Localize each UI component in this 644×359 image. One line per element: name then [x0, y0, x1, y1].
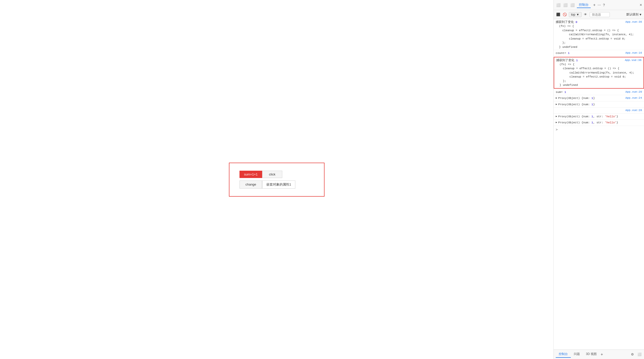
- filter-input[interactable]: [590, 12, 610, 17]
- console-entry-link-only: App.vue:28: [554, 107, 644, 114]
- layout-icon[interactable]: ⬜: [570, 3, 575, 8]
- preview-row-2: change 嵌套对象的属性1: [239, 181, 314, 189]
- devtools-top-toolbar: ⬜ ⬜ ⬜ 控制台 + ··· ? ×: [554, 0, 644, 10]
- console-prompt[interactable]: >: [554, 126, 644, 134]
- log-text-3: 捕获到了变化 1: [556, 59, 578, 62]
- source-link-4[interactable]: App.vue:20: [625, 90, 642, 94]
- log-text-4: sum= 1: [556, 90, 566, 94]
- device-icon[interactable]: ⬜: [563, 3, 568, 8]
- expand-icon-1[interactable]: ▶: [556, 96, 557, 100]
- layout-toggle-icon[interactable]: ⬜: [637, 352, 642, 357]
- top-label: top: [571, 13, 575, 16]
- top-context-selector[interactable]: top ▼: [569, 12, 582, 17]
- console-entry-capture-0: App.vue:36 捕获到了变化 0 (fn) => { cleanup = …: [554, 19, 644, 50]
- source-link-3[interactable]: App.vue:36: [625, 58, 641, 62]
- sum-button[interactable]: sum=1+1: [239, 171, 262, 178]
- log-text-1: 捕获到了变化 0: [556, 20, 577, 24]
- proxy-text-1: Proxy(Object) {num: 1}: [558, 96, 595, 100]
- eye-icon[interactable]: 👁: [583, 12, 588, 17]
- source-link-2[interactable]: App.vue:16: [625, 51, 642, 55]
- expand-icon-2[interactable]: ▶: [556, 102, 557, 106]
- preview-row-1: sum=1+1 click: [239, 171, 314, 178]
- console-entry-proxy-4: ▶ Proxy(Object) {num: 1, str: 'hello'}: [554, 120, 644, 126]
- preview-box: sum=1+1 click change 嵌套对象的属性1: [229, 163, 325, 197]
- close-button[interactable]: ×: [640, 3, 642, 7]
- nested-text: 嵌套对象的属性1: [262, 181, 295, 189]
- source-link-5[interactable]: App.vue:24: [625, 96, 642, 100]
- devtools-bottom-tabs: 控制台 问题 3D 视图 + ⚙ ⬜: [554, 349, 644, 359]
- change-button[interactable]: change: [239, 181, 262, 189]
- dropdown-arrow-icon: ▼: [576, 13, 579, 16]
- level-dropdown-arrow-icon: ▼: [639, 13, 642, 16]
- code-block-3: (fn) => { cleanup = effect2.onStop = () …: [556, 62, 641, 87]
- expand-icon-3[interactable]: ▶: [556, 115, 557, 118]
- console-entry-count: App.vue:16 count= 1: [554, 50, 644, 56]
- help-button[interactable]: ?: [603, 3, 605, 7]
- tab-problems[interactable]: 问题: [571, 351, 583, 358]
- console-entry-proxy-1: App.vue:24 ▶ Proxy(Object) {num: 1}: [554, 95, 644, 101]
- expand-icon-4[interactable]: ▶: [556, 121, 557, 124]
- bottom-tab-right-icons: ⚙ ⬜: [630, 352, 642, 357]
- source-link-7[interactable]: App.vue:28: [625, 108, 642, 113]
- add-bottom-tab-button[interactable]: +: [601, 352, 603, 357]
- console-entry-proxy-2: ▶ Proxy(Object) {num: 1}: [554, 101, 644, 108]
- log-level-selector[interactable]: 默认级别 ▼: [626, 12, 642, 17]
- console-entry-capture-1: App.vue:36 捕获到了变化 1 (fn) => { cleanup = …: [554, 57, 644, 89]
- devtools-filter-toolbar: ⬛ 🚫 top ▼ 👁 默认级别 ▼: [554, 10, 644, 19]
- browser-viewport: sum=1+1 click change 嵌套对象的属性1: [0, 0, 553, 359]
- code-block-1: (fn) => { cleanup = effect2.onStop = () …: [556, 24, 642, 49]
- console-tab[interactable]: 控制台: [577, 2, 591, 8]
- tab-console[interactable]: 控制台: [556, 351, 571, 358]
- more-options-button[interactable]: ···: [597, 3, 601, 7]
- devtools-panel: ⬜ ⬜ ⬜ 控制台 + ··· ? × ⬛ 🚫 top ▼ 👁 默认级别 ▼ A…: [553, 0, 644, 359]
- default-level-label: 默认级别: [626, 12, 638, 17]
- add-tab-button[interactable]: +: [593, 3, 595, 7]
- console-output[interactable]: App.vue:36 捕获到了变化 0 (fn) => { cleanup = …: [554, 19, 644, 349]
- inspect-icon[interactable]: ⬜: [556, 3, 561, 8]
- proxy-text-4: Proxy(Object) {num: 1, str: 'hello'}: [558, 120, 618, 125]
- source-link-1[interactable]: App.vue:36: [625, 20, 642, 24]
- log-text-2: count= 1: [556, 51, 570, 55]
- tab-3d-view[interactable]: 3D 视图: [583, 351, 600, 358]
- click-button[interactable]: click: [262, 171, 282, 178]
- proxy-text-2: Proxy(Object) {num: 1}: [558, 102, 595, 107]
- no-circle-icon[interactable]: 🚫: [562, 12, 567, 17]
- console-entry-proxy-3: ▶ Proxy(Object) {num: 1, str: 'hello'}: [554, 114, 644, 120]
- prompt-arrow: >: [556, 128, 558, 132]
- block-icon[interactable]: ⬛: [556, 12, 561, 17]
- console-entry-sum: App.vue:20 sum= 1: [554, 89, 644, 95]
- proxy-text-3: Proxy(Object) {num: 1, str: 'hello'}: [558, 114, 618, 119]
- settings-icon[interactable]: ⚙: [630, 352, 635, 357]
